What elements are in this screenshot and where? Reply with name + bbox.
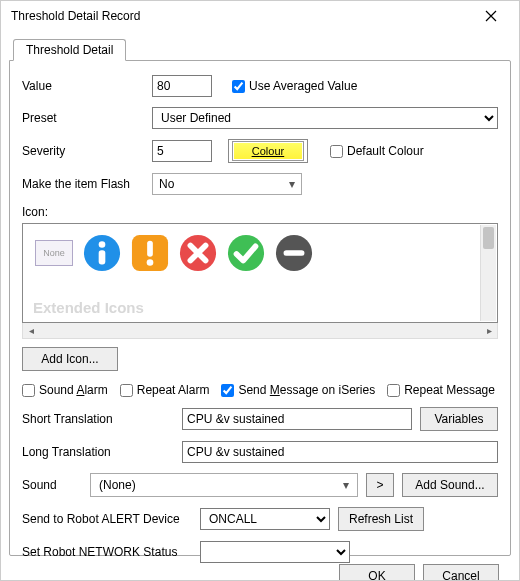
flash-select[interactable]: [152, 173, 302, 195]
ok-button[interactable]: OK: [339, 564, 415, 581]
add-sound-button[interactable]: Add Sound...: [402, 473, 498, 497]
repeat-alarm-checkbox[interactable]: Repeat Alarm: [120, 383, 210, 397]
play-sound-button[interactable]: >: [366, 473, 394, 497]
network-status-select[interactable]: [200, 541, 350, 563]
sound-label: Sound: [22, 478, 82, 492]
repeat-message-checkbox[interactable]: Repeat Message: [387, 383, 495, 397]
alert-device-select[interactable]: ONCALL: [200, 508, 330, 530]
icon-scrollbar-horizontal[interactable]: ◂ ▸: [22, 323, 498, 339]
use-averaged-checkbox[interactable]: Use Averaged Value: [232, 79, 357, 93]
svg-point-5: [147, 259, 154, 266]
sound-select[interactable]: [90, 473, 358, 497]
svg-rect-2: [99, 250, 106, 264]
colour-button[interactable]: Colour: [228, 139, 308, 163]
default-colour-checkbox[interactable]: Default Colour: [330, 144, 424, 158]
preset-label: Preset: [22, 111, 152, 125]
close-icon[interactable]: [471, 2, 511, 30]
value-label: Value: [22, 79, 152, 93]
window-title: Threshold Detail Record: [11, 9, 140, 23]
sound-alarm-checkbox[interactable]: Sound Alarm: [22, 383, 108, 397]
preset-select[interactable]: User Defined: [152, 107, 498, 129]
network-status-label: Set Robot NETWORK Status: [22, 545, 192, 559]
svg-rect-4: [147, 241, 153, 257]
ok-icon[interactable]: [227, 234, 265, 272]
svg-point-1: [99, 241, 106, 248]
short-translation-input[interactable]: [182, 408, 412, 430]
cancel-button[interactable]: Cancel: [423, 564, 499, 581]
alert-device-label: Send to Robot ALERT Device: [22, 512, 192, 526]
variables-button[interactable]: Variables: [420, 407, 498, 431]
tab-threshold-detail[interactable]: Threshold Detail: [13, 39, 126, 61]
info-icon[interactable]: [83, 234, 121, 272]
use-averaged-checkbox-input[interactable]: [232, 80, 245, 93]
icon-scrollbar-vertical[interactable]: [480, 225, 496, 321]
icon-label: Icon:: [22, 205, 498, 219]
default-colour-label: Default Colour: [347, 144, 424, 158]
scroll-left-icon[interactable]: ◂: [23, 323, 39, 338]
severity-label: Severity: [22, 144, 152, 158]
error-icon[interactable]: [179, 234, 217, 272]
severity-input[interactable]: [152, 140, 212, 162]
warning-icon[interactable]: [131, 234, 169, 272]
scroll-right-icon[interactable]: ▸: [481, 323, 497, 338]
add-icon-button[interactable]: Add Icon...: [22, 347, 118, 371]
block-icon[interactable]: [275, 234, 313, 272]
svg-rect-9: [284, 250, 305, 256]
send-iseries-checkbox[interactable]: Send Message on iSeries: [221, 383, 375, 397]
refresh-list-button[interactable]: Refresh List: [338, 507, 424, 531]
extended-icons-label: Extended Icons: [33, 299, 144, 316]
default-colour-checkbox-input[interactable]: [330, 145, 343, 158]
icon-none[interactable]: None: [35, 240, 73, 266]
icon-picker[interactable]: None Extended Icons: [22, 223, 498, 323]
value-input[interactable]: [152, 75, 212, 97]
long-translation-label: Long Translation: [22, 445, 182, 459]
short-translation-label: Short Translation: [22, 412, 182, 426]
use-averaged-label: Use Averaged Value: [249, 79, 357, 93]
flash-label: Make the item Flash: [22, 177, 152, 191]
long-translation-input[interactable]: [182, 441, 498, 463]
colour-button-label: Colour: [232, 141, 304, 161]
